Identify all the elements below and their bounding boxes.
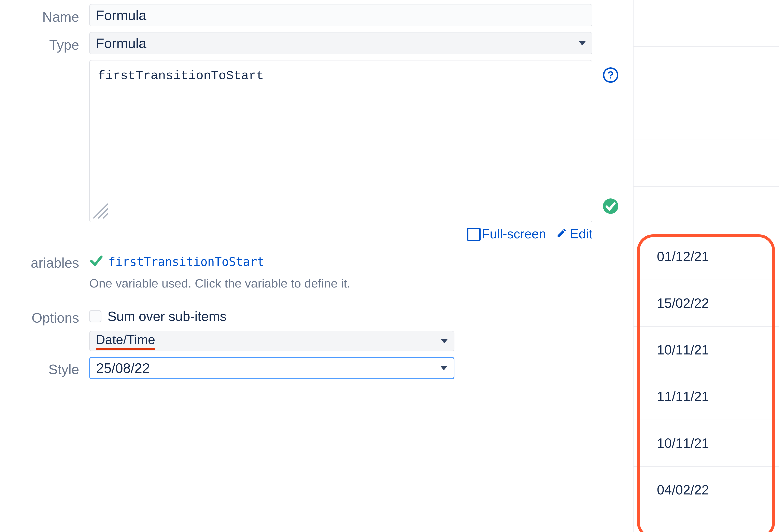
chevron-down-icon xyxy=(579,41,586,46)
name-input[interactable] xyxy=(89,4,592,26)
variables-label: ariables xyxy=(0,254,89,271)
fullscreen-link-label: Full-screen xyxy=(482,226,546,241)
date-cell: 11/11/21 xyxy=(634,373,779,420)
pencil-icon xyxy=(556,226,567,241)
date-cell: 04/02/22 xyxy=(634,467,779,513)
edit-link-label: Edit xyxy=(570,226,592,241)
variable-valid-icon xyxy=(89,254,104,270)
options-label: Options xyxy=(0,309,89,326)
svg-line-2 xyxy=(103,214,108,218)
style-select-value: 25/08/22 xyxy=(96,360,150,376)
edit-link[interactable]: Edit xyxy=(556,226,592,241)
options-type-select[interactable]: Date/Time xyxy=(89,331,455,351)
type-label: Type xyxy=(0,32,89,53)
valid-check-icon xyxy=(603,198,618,214)
fullscreen-icon xyxy=(468,229,479,239)
preview-column: 01/12/21 15/02/22 10/11/21 11/11/21 10/1… xyxy=(633,0,779,532)
type-select-value: Formula xyxy=(96,35,146,51)
chevron-down-icon xyxy=(440,366,447,370)
date-cell: 10/11/21 xyxy=(634,327,779,373)
help-icon[interactable]: ? xyxy=(603,67,618,83)
style-select[interactable]: 25/08/22 xyxy=(89,357,455,379)
date-cell: 15/02/22 xyxy=(634,280,779,327)
type-select[interactable]: Formula xyxy=(89,32,592,54)
variables-hint: One variable used. Click the variable to… xyxy=(89,276,592,290)
svg-line-1 xyxy=(98,209,108,218)
date-cell: 01/12/21 xyxy=(634,233,779,280)
fullscreen-link[interactable]: Full-screen xyxy=(468,226,546,241)
date-cell: 10/11/21 xyxy=(634,420,779,467)
name-label: Name xyxy=(0,4,89,25)
resize-grip-icon[interactable] xyxy=(93,203,109,219)
variable-name-link[interactable]: firstTransitionToStart xyxy=(108,255,264,269)
sum-over-subitems-label: Sum over sub-items xyxy=(108,309,227,324)
formula-textarea[interactable] xyxy=(90,60,592,222)
chevron-down-icon xyxy=(441,339,448,343)
sum-over-subitems-checkbox[interactable] xyxy=(89,310,102,322)
options-type-value: Date/Time xyxy=(96,332,155,350)
formula-editor[interactable]: ? xyxy=(89,60,592,222)
style-label: Style xyxy=(0,357,89,377)
